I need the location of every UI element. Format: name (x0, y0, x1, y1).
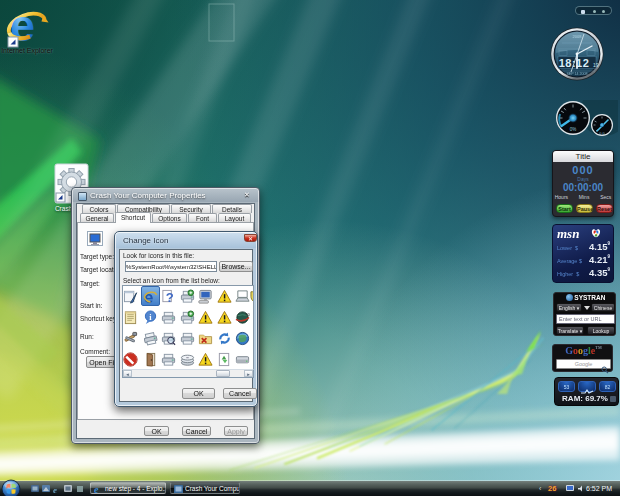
svg-text:e: e (94, 485, 99, 494)
svg-text:0%: 0% (570, 127, 577, 132)
svg-text:19: 19 (593, 62, 599, 68)
svg-text:0.0: 0.0 (599, 132, 604, 136)
svg-text:SEP 14 2008: SEP 14 2008 (566, 72, 587, 76)
svg-text:2008: 2008 (573, 34, 583, 39)
svg-text:e: e (53, 485, 57, 495)
